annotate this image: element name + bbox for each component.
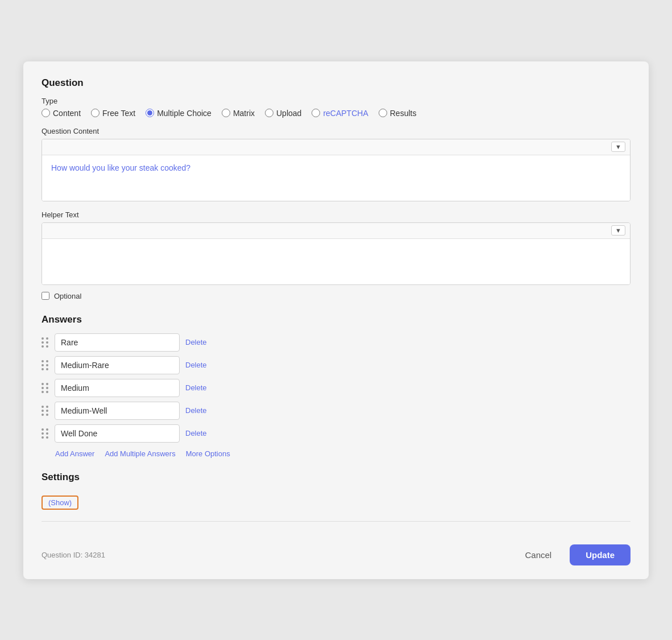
add-answer-button[interactable]: Add Answer [55,449,94,458]
footer: Question ID: 34281 Cancel Update [42,544,630,565]
drag-handle-1[interactable] [42,337,49,348]
drag-handle-4[interactable] [42,406,49,416]
radio-upload-label: Upload [276,109,301,118]
answer-row-1: Delete [42,333,630,352]
update-button[interactable]: Update [570,544,630,565]
answers-actions: Add Answer Add Multiple Answers More Opt… [42,449,630,458]
helper-text-toolbar: ▼ [42,223,630,239]
delete-btn-3[interactable]: Delete [185,383,207,392]
optional-checkbox[interactable] [42,292,49,300]
answer-row-3: Delete [42,379,630,397]
answer-row-5: Delete [42,424,630,443]
question-id: Question ID: 34281 [42,551,105,559]
helper-text-toolbar-btn[interactable]: ▼ [611,225,625,236]
radio-upload-input[interactable] [265,109,273,117]
type-label: Type [42,97,630,105]
answer-input-1[interactable] [55,333,180,352]
question-content-toolbar: ▼ [42,139,630,155]
radio-matrix-input[interactable] [222,109,230,117]
radio-matrix-label: Matrix [233,109,255,118]
drag-handle-2[interactable] [42,360,49,370]
helper-text-editor: ▼ [42,222,630,285]
answers-title: Answers [42,314,630,325]
radio-multiple-choice-label: Multiple Choice [157,109,211,118]
radio-results-label: Results [390,109,417,118]
radio-upload[interactable]: Upload [265,109,301,118]
footer-divider [42,521,630,522]
settings-section: Settings (Show) [42,472,630,510]
question-content-text[interactable]: How would you like your steak cooked? [42,155,630,201]
answer-input-3[interactable] [55,379,180,397]
optional-row: Optional [42,292,630,300]
radio-recaptcha[interactable]: reCAPTCHA [312,109,368,118]
show-settings-button[interactable]: (Show) [42,496,78,510]
radio-free-text-label: Free Text [102,109,135,118]
radio-content-input[interactable] [42,109,50,117]
radio-content-label: Content [53,109,81,118]
delete-btn-5[interactable]: Delete [185,429,207,437]
radio-free-text[interactable]: Free Text [91,109,135,118]
add-multiple-answers-button[interactable]: Add Multiple Answers [105,449,175,458]
more-options-button[interactable]: More Options [186,449,230,458]
radio-recaptcha-input[interactable] [312,109,320,117]
delete-btn-4[interactable]: Delete [185,406,207,415]
drag-handle-5[interactable] [42,428,49,439]
question-modal: Question Type Content Free Text Multiple… [23,61,649,579]
helper-text-content[interactable] [42,239,630,284]
radio-recaptcha-label: reCAPTCHA [323,109,368,118]
radio-free-text-input[interactable] [91,109,99,117]
answer-row-2: Delete [42,356,630,374]
answer-input-5[interactable] [55,424,180,443]
cancel-button[interactable]: Cancel [516,546,561,564]
answer-input-2[interactable] [55,356,180,374]
delete-btn-2[interactable]: Delete [185,361,207,369]
radio-multiple-choice[interactable]: Multiple Choice [146,109,211,118]
delete-btn-1[interactable]: Delete [185,338,207,346]
question-content-toolbar-btn[interactable]: ▼ [611,142,625,152]
type-radio-group: Content Free Text Multiple Choice Matrix… [42,109,630,118]
settings-title: Settings [42,472,630,483]
modal-title: Question [42,77,630,89]
radio-matrix[interactable]: Matrix [222,109,255,118]
radio-multiple-choice-input[interactable] [146,109,154,117]
answers-section: Answers Delete De [42,314,630,458]
radio-results[interactable]: Results [379,109,417,118]
question-content-label: Question Content [42,127,630,135]
radio-results-input[interactable] [379,109,387,117]
drag-handle-3[interactable] [42,383,49,393]
answer-input-4[interactable] [55,402,180,420]
optional-label: Optional [54,292,81,300]
footer-actions: Cancel Update [516,544,630,565]
answer-row-4: Delete [42,402,630,420]
helper-text-label: Helper Text [42,210,630,219]
radio-content[interactable]: Content [42,109,81,118]
question-content-editor: ▼ How would you like your steak cooked? [42,139,630,201]
